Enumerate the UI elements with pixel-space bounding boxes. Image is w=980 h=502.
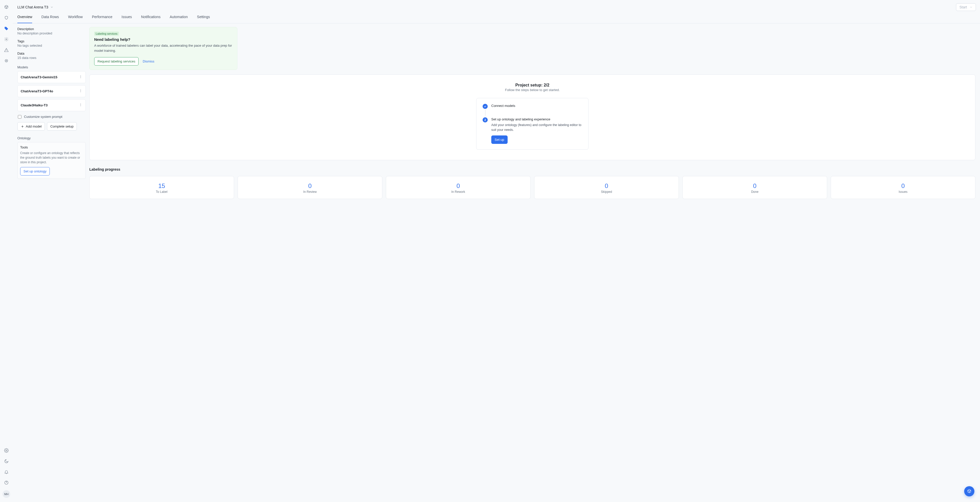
ontology-tools-label: Tools — [20, 145, 83, 149]
shield-stack-icon[interactable] — [3, 15, 10, 21]
svg-point-14 — [80, 106, 81, 106]
tab-automation[interactable]: Automation — [170, 14, 188, 23]
setup-title: Project setup: 2/2 — [515, 83, 549, 87]
chevron-down-icon — [50, 6, 53, 9]
cube-icon[interactable] — [3, 4, 10, 10]
start-button[interactable]: Start — [956, 3, 976, 11]
tab-data-rows[interactable]: Data Rows — [41, 14, 59, 23]
setup-subtitle: Follow the steps below to get started. — [505, 88, 560, 92]
bell-icon[interactable] — [3, 469, 10, 475]
svg-point-13 — [80, 105, 81, 105]
left-rail: MH — [0, 0, 13, 502]
tab-issues[interactable]: Issues — [121, 14, 132, 23]
tab-overview[interactable]: Overview — [18, 14, 32, 23]
user-avatar[interactable]: MH — [3, 490, 10, 498]
project-title: LLM Chat Arena T3 — [18, 5, 48, 9]
plus-icon — [21, 125, 24, 128]
tab-workflow[interactable]: Workflow — [68, 14, 83, 23]
eye-gear-icon[interactable] — [3, 58, 10, 64]
customize-prompt-label: Customize system prompt — [24, 115, 62, 119]
svg-point-1 — [6, 39, 7, 40]
model-name: ChatArenaT3-GPT4o — [21, 89, 53, 93]
svg-point-2 — [5, 59, 8, 62]
gear-outline-icon[interactable] — [3, 36, 10, 42]
tag-icon[interactable] — [3, 25, 10, 32]
customize-prompt-row[interactable]: Customize system prompt — [18, 115, 86, 119]
svg-point-3 — [6, 60, 7, 61]
data-label: Data — [18, 51, 86, 56]
svg-point-4 — [6, 450, 7, 451]
step-setup-ontology: 2 Set up ontology and labeling experienc… — [483, 118, 582, 144]
tab-bar: Overview Data Rows Workflow Performance … — [13, 14, 980, 24]
tab-performance[interactable]: Performance — [92, 14, 112, 23]
side-panel: Description No description provided Tags… — [18, 27, 86, 179]
settings-icon[interactable] — [3, 447, 10, 454]
step-connector — [485, 110, 485, 116]
tab-settings[interactable]: Settings — [197, 14, 210, 23]
ontology-card: Tools Create or configure an ontology th… — [18, 142, 86, 179]
main-column: Labeling services Need labeling help? A … — [89, 27, 975, 199]
help-fab[interactable] — [964, 486, 974, 496]
dismiss-link[interactable]: Dismiss — [143, 59, 154, 63]
stat-card-issues[interactable]: 0 Issues — [831, 176, 975, 199]
data-value: 15 data rows — [18, 56, 86, 60]
kebab-icon[interactable] — [79, 103, 83, 107]
cube-icon — [967, 489, 972, 494]
svg-point-10 — [80, 91, 81, 91]
kebab-icon[interactable] — [79, 75, 83, 79]
start-button-label: Start — [959, 5, 967, 9]
svg-point-0 — [5, 27, 6, 28]
model-name: Claude3Haiku-T3 — [21, 103, 48, 107]
kebab-icon[interactable] — [79, 89, 83, 93]
setup-ontology-button[interactable]: Set up ontology — [20, 167, 50, 175]
add-model-button[interactable]: Add model — [18, 122, 45, 130]
request-services-button[interactable]: Request labeling services — [94, 57, 138, 65]
stat-card-in-review[interactable]: 0 In Review — [238, 176, 382, 199]
customize-prompt-checkbox[interactable] — [18, 115, 21, 119]
ontology-desc: Create or configure an ontology that ref… — [20, 151, 83, 165]
stat-card-to-label[interactable]: 15 To Label — [89, 176, 234, 199]
moon-icon[interactable] — [3, 458, 10, 464]
progress-title: Labeling progress — [89, 167, 975, 172]
banner-badge: Labeling services — [94, 32, 119, 36]
chevron-down-icon — [969, 6, 973, 9]
svg-point-8 — [80, 78, 81, 78]
banner-title: Need labeling help? — [94, 37, 232, 41]
description-label: Description — [18, 27, 86, 31]
model-card[interactable]: ChatArenaT3-GPT4o — [18, 85, 86, 97]
model-card[interactable]: Claude3Haiku-T3 — [18, 99, 86, 111]
svg-point-11 — [80, 92, 81, 92]
setup-steps: Connect models 2 Set up ontology and lab… — [476, 98, 589, 150]
tags-label: Tags — [18, 39, 86, 43]
svg-point-6 — [80, 76, 81, 76]
stat-card-in-rework[interactable]: 0 In Rework — [386, 176, 531, 199]
labeling-services-banner: Labeling services Need labeling help? A … — [89, 27, 237, 70]
description-value: No description provided — [18, 31, 86, 35]
progress-stats-row: 15 To Label 0 In Review 0 In Rework 0 Sk… — [89, 176, 975, 199]
tags-value: No tags selected — [18, 44, 86, 48]
check-icon — [483, 104, 488, 109]
step-number-badge: 2 — [483, 118, 488, 122]
models-heading: Models — [18, 65, 86, 69]
svg-point-12 — [80, 103, 81, 104]
project-title-dropdown[interactable]: LLM Chat Arena T3 — [18, 5, 53, 9]
setup-step-button[interactable]: Set up — [491, 135, 508, 144]
project-setup-card: Project setup: 2/2 Follow the steps belo… — [89, 75, 975, 160]
top-bar: LLM Chat Arena T3 Start — [13, 0, 980, 14]
step-connect-models: Connect models — [483, 104, 582, 109]
svg-point-9 — [80, 89, 81, 90]
svg-point-7 — [80, 76, 81, 77]
model-name: ChatArenaT3-Gemini15 — [21, 75, 57, 79]
ontology-heading: Ontology — [18, 136, 86, 140]
banner-body: A workforce of trained labelers can labe… — [94, 43, 232, 53]
warning-icon[interactable] — [3, 47, 10, 53]
model-card[interactable]: ChatArenaT3-Gemini15 — [18, 71, 86, 83]
tab-notifications[interactable]: Notifications — [141, 14, 161, 23]
stat-card-skipped[interactable]: 0 Skipped — [534, 176, 679, 199]
stat-card-done[interactable]: 0 Done — [682, 176, 827, 199]
complete-setup-button[interactable]: Complete setup — [47, 122, 77, 130]
help-icon[interactable] — [3, 480, 10, 486]
